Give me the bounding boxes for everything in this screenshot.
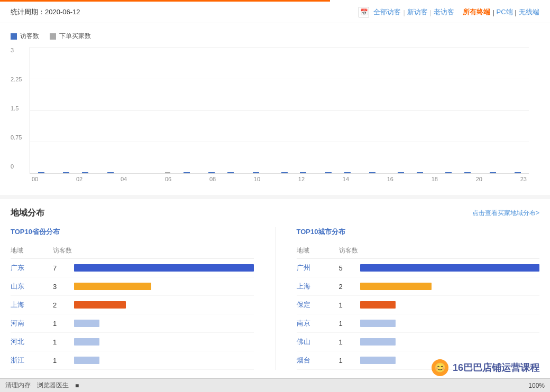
- city-name-0: 广州: [297, 263, 339, 273]
- x-label-06: 06: [165, 176, 171, 182]
- sep3: |: [492, 8, 494, 16]
- city-name-1: 上海: [297, 282, 339, 291]
- city-count-2: 1: [339, 301, 360, 309]
- city-row-2: 保定 1: [297, 296, 540, 314]
- bar-group-18b: [411, 172, 429, 173]
- province-col-region: 地域: [11, 246, 53, 255]
- legend-buyers-label: 下单买家数: [59, 32, 91, 41]
- city-subtitle: TOP10城市分布: [297, 227, 540, 237]
- x-label-23: 23: [520, 176, 527, 182]
- filter-all-visitor[interactable]: 全部访客: [373, 7, 401, 17]
- bar-group-18a: [392, 172, 410, 173]
- legend-dot-gray: [50, 33, 56, 40]
- province-count-3: 1: [53, 320, 74, 328]
- province-col-count: 访客数: [53, 246, 74, 255]
- device-links: 所有终端 | PC端 | 无线端: [463, 7, 539, 17]
- province-name-3: 河南: [11, 319, 53, 328]
- province-bar-0: [74, 264, 254, 272]
- bar-group-20b: [459, 172, 476, 173]
- filter-new-visitor[interactable]: 新访客: [407, 7, 428, 17]
- city-row-3: 南京 1: [297, 314, 540, 333]
- region-title: 地域分布: [11, 208, 44, 219]
- bar-group-12: [247, 172, 265, 173]
- x-label-14: 14: [343, 176, 349, 182]
- province-count-0: 7: [53, 264, 74, 272]
- watermark: 😊 16巴巴店铺运营课程: [432, 359, 539, 376]
- y-label-3: 3: [11, 47, 22, 53]
- calendar-icon[interactable]: 📅: [359, 7, 369, 17]
- region-header: 地域分布 点击查看买家地域分布>: [11, 208, 539, 219]
- sep2: |: [430, 8, 432, 16]
- province-name-5: 浙江: [11, 356, 53, 365]
- bar-group-02: [58, 172, 76, 173]
- y-label-15: 1.5: [11, 105, 22, 111]
- bar-group-09: [178, 172, 196, 173]
- legend-visitors: 访客数: [11, 32, 39, 41]
- region-section: 地域分布 点击查看买家地域分布> TOP10省份分布 地域 访客数 广东 7: [0, 195, 550, 378]
- region-tables: TOP10省份分布 地域 访客数 广东 7 山东 3: [11, 227, 539, 370]
- filter-old-visitor[interactable]: 老访客: [434, 7, 454, 17]
- city-bar-3: [360, 320, 540, 327]
- province-bar-2: [74, 301, 254, 309]
- city-col-region: 地域: [297, 246, 339, 255]
- city-name-4: 佛山: [297, 337, 339, 347]
- filter-mobile[interactable]: 无线端: [519, 7, 539, 17]
- city-col-count: 访客数: [339, 246, 360, 255]
- chart-legend: 访客数 下单买家数: [11, 32, 539, 41]
- bar-group-17: [363, 172, 381, 173]
- city-row-0: 广州 5: [297, 259, 540, 277]
- bar-group-11: [222, 172, 240, 173]
- province-col-bar: [74, 246, 254, 255]
- region-link[interactable]: 点击查看买家地域分布>: [472, 209, 539, 218]
- header-controls: 📅 全部访客 | 新访客 | 老访客 所有终端 | PC端 | 无线端: [359, 7, 539, 17]
- top-accent: [0, 0, 550, 2]
- city-count-4: 1: [339, 338, 360, 346]
- province-name-1: 山东: [11, 282, 53, 291]
- x-label-18: 18: [432, 176, 438, 182]
- province-name-4: 河北: [11, 337, 53, 347]
- x-label-10: 10: [254, 176, 260, 182]
- x-label-12: 12: [298, 176, 305, 182]
- legend-buyers: 下单买家数: [50, 32, 91, 41]
- bar-group-15a: [319, 172, 337, 173]
- y-label-225: 2.25: [11, 76, 22, 82]
- x-label-20: 20: [476, 176, 482, 182]
- province-count-5: 1: [53, 357, 74, 365]
- province-table: TOP10省份分布 地域 访客数 广东 7 山东 3: [11, 227, 254, 370]
- bar-group-14a: [276, 172, 294, 173]
- sep4: |: [515, 8, 517, 16]
- filter-links: 全部访客 | 新访客 | 老访客: [373, 7, 454, 17]
- filter-pc[interactable]: PC端: [497, 7, 513, 17]
- bar-group-00: [32, 172, 50, 173]
- province-row-1: 山东 3: [11, 277, 254, 296]
- zoom-level: 100%: [528, 382, 545, 389]
- city-count-0: 5: [339, 264, 360, 272]
- bar-group-20a: [440, 172, 458, 173]
- x-label-04: 04: [121, 176, 127, 182]
- bar-group-22: [484, 172, 502, 173]
- x-label-00: 00: [32, 176, 38, 182]
- province-row-4: 河北 1: [11, 333, 254, 351]
- city-bar-2: [360, 301, 540, 309]
- city-count-5: 1: [339, 357, 360, 365]
- filter-all-device[interactable]: 所有终端: [463, 7, 490, 17]
- bottom-browser[interactable]: 浏览器医生: [37, 381, 69, 390]
- city-table: TOP10城市分布 地域 访客数 广州 5 上海 2: [297, 227, 540, 370]
- bottom-right: 100%: [528, 382, 545, 389]
- bottom-clean[interactable]: 清理内存: [5, 381, 31, 390]
- bars-container: [30, 47, 529, 173]
- city-count-3: 1: [339, 320, 360, 328]
- y-label-075: 0.75: [11, 134, 22, 141]
- bottom-bar: 清理内存 浏览器医生 ■ 100%: [0, 378, 550, 392]
- bar-group-14b: [295, 172, 313, 173]
- province-row-3: 河南 1: [11, 314, 254, 333]
- city-name-2: 保定: [297, 300, 339, 310]
- province-row-0: 广东 7: [11, 259, 254, 277]
- province-row-2: 上海 2: [11, 296, 254, 314]
- bar-group-06: [130, 172, 148, 173]
- city-row-4: 佛山 1: [297, 333, 540, 351]
- province-header: 地域 访客数: [11, 243, 254, 259]
- city-header: 地域 访客数: [297, 243, 540, 259]
- table-divider: [275, 227, 276, 370]
- watermark-text: 16巴巴店铺运营课程: [453, 361, 539, 374]
